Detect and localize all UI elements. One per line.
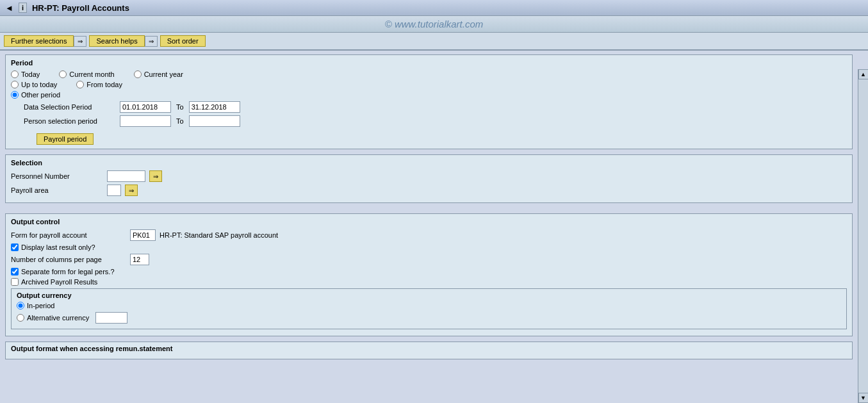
form-payroll-desc: HR-PT: Standard SAP payroll account bbox=[160, 231, 278, 239]
archived-payroll-checkbox[interactable] bbox=[11, 278, 19, 286]
tab-further-selections-arrow[interactable]: ⇒ bbox=[74, 36, 86, 47]
scroll-up-button[interactable]: ▲ bbox=[858, 69, 869, 79]
personnel-number-arrow-btn[interactable]: ⇒ bbox=[149, 170, 162, 182]
radio-other-period[interactable] bbox=[11, 91, 19, 99]
alternative-currency-label[interactable]: Alternative currency bbox=[17, 314, 89, 322]
num-columns-row: Number of columns per page bbox=[11, 254, 847, 265]
info-icon[interactable]: i bbox=[19, 3, 27, 13]
payroll-area-arrow-btn[interactable]: ⇒ bbox=[125, 185, 138, 196]
form-payroll-row: Form for payroll account HR-PT: Standard… bbox=[11, 229, 847, 241]
radio-from-today-label[interactable]: From today bbox=[76, 81, 122, 88]
separate-form-row: Separate form for legal pers.? bbox=[11, 268, 847, 276]
tab-further-selections[interactable]: Further selections bbox=[4, 35, 74, 47]
data-selection-from-input[interactable] bbox=[120, 101, 171, 113]
num-columns-input[interactable] bbox=[130, 254, 149, 265]
radio-up-to-today[interactable] bbox=[11, 81, 19, 88]
radio-current-month[interactable] bbox=[59, 70, 67, 78]
archived-payroll-row: Archived Payroll Results bbox=[11, 278, 847, 286]
radio-from-today-text: From today bbox=[86, 81, 122, 88]
num-columns-label: Number of columns per page bbox=[11, 256, 126, 263]
radio-current-year-label[interactable]: Current year bbox=[134, 70, 183, 78]
period-radio-row2: Up to today From today bbox=[11, 81, 847, 88]
form-payroll-input[interactable] bbox=[130, 229, 156, 241]
currency-radio-row2: Alternative currency bbox=[17, 312, 841, 324]
person-selection-period-row: Person selection period To bbox=[11, 115, 847, 127]
page-title: HR-PT: Payroll Accounts bbox=[32, 3, 129, 13]
alternative-currency-text: Alternative currency bbox=[27, 314, 89, 322]
scroll-down-button[interactable]: ▼ bbox=[858, 393, 869, 403]
radio-in-period[interactable] bbox=[17, 302, 24, 309]
in-period-text: In-period bbox=[27, 302, 54, 309]
period-section-title: Period bbox=[11, 59, 847, 67]
radio-other-period-text: Other period bbox=[21, 91, 60, 99]
back-icon[interactable]: ◄ bbox=[5, 3, 13, 13]
output-format-title: Output format when accessing remun.state… bbox=[11, 345, 847, 352]
tab-sort-order[interactable]: Sort order bbox=[160, 35, 206, 47]
radio-up-to-today-text: Up to today bbox=[21, 81, 57, 88]
payroll-period-row: Payroll period bbox=[11, 131, 847, 145]
output-format-section: Output format when accessing remun.state… bbox=[5, 341, 853, 359]
selection-section-title: Selection bbox=[11, 159, 847, 167]
title-bar: ◄ i HR-PT: Payroll Accounts bbox=[0, 0, 868, 16]
tab-bar: Further selections ⇒ Search helps ⇒ Sort… bbox=[0, 33, 868, 51]
radio-up-to-today-label[interactable]: Up to today bbox=[11, 81, 57, 88]
radio-other-period-label[interactable]: Other period bbox=[11, 91, 60, 99]
data-selection-to-label: To bbox=[171, 103, 189, 111]
display-last-result-checkbox[interactable] bbox=[11, 243, 19, 251]
period-section: Period Today Current month Current year bbox=[5, 54, 853, 149]
personnel-number-input[interactable] bbox=[107, 170, 145, 182]
radio-today[interactable] bbox=[11, 70, 19, 78]
period-radio-row1: Today Current month Current year bbox=[11, 70, 847, 78]
radio-from-today[interactable] bbox=[76, 81, 84, 88]
currency-radio-row1: In-period bbox=[17, 302, 841, 309]
separate-form-checkbox[interactable] bbox=[11, 268, 19, 276]
display-last-result-row: Display last result only? bbox=[11, 243, 847, 251]
person-selection-period-label: Person selection period bbox=[24, 117, 120, 125]
in-period-label[interactable]: In-period bbox=[17, 302, 54, 309]
radio-current-month-text: Current month bbox=[69, 70, 114, 78]
personnel-number-row: Personnel Number ⇒ bbox=[11, 170, 847, 182]
scrollbar: ▲ ▼ bbox=[858, 69, 868, 403]
watermark-text: © www.tutorialkart.com bbox=[385, 19, 484, 29]
archived-payroll-label: Archived Payroll Results bbox=[21, 278, 97, 286]
radio-today-text: Today bbox=[21, 70, 40, 78]
output-currency-section: Output currency In-period Alternative cu… bbox=[11, 288, 847, 329]
form-payroll-label: Form for payroll account bbox=[11, 231, 126, 239]
radio-alternative-currency[interactable] bbox=[17, 314, 24, 322]
payroll-area-row: Payroll area ⇒ bbox=[11, 185, 847, 196]
display-last-result-label: Display last result only? bbox=[21, 243, 95, 251]
radio-current-year-text: Current year bbox=[144, 70, 183, 78]
person-selection-from-input[interactable] bbox=[120, 115, 171, 127]
watermark-bar: © www.tutorialkart.com bbox=[0, 16, 868, 33]
output-control-section: Output control Form for payroll account … bbox=[5, 213, 853, 336]
data-selection-to-input[interactable] bbox=[189, 101, 240, 113]
radio-today-label[interactable]: Today bbox=[11, 70, 40, 78]
data-selection-period-row: Data Selection Period To bbox=[11, 101, 847, 113]
person-selection-to-input[interactable] bbox=[189, 115, 240, 127]
period-radio-row3: Other period bbox=[11, 91, 847, 99]
separate-form-label: Separate form for legal pers.? bbox=[21, 268, 115, 276]
main-content: Period Today Current month Current year bbox=[0, 51, 858, 383]
personnel-number-label: Personnel Number bbox=[11, 172, 107, 180]
output-currency-title: Output currency bbox=[17, 292, 841, 299]
radio-current-month-label[interactable]: Current month bbox=[59, 70, 114, 78]
person-selection-to-label: To bbox=[171, 117, 189, 125]
selection-section: Selection Personnel Number ⇒ Payroll are… bbox=[5, 154, 853, 203]
alternative-currency-input[interactable] bbox=[95, 312, 127, 324]
tab-search-helps[interactable]: Search helps bbox=[89, 35, 144, 47]
payroll-area-input[interactable] bbox=[107, 185, 121, 196]
radio-current-year[interactable] bbox=[134, 70, 142, 78]
output-control-title: Output control bbox=[11, 218, 847, 226]
tab-search-helps-arrow[interactable]: ⇒ bbox=[145, 36, 158, 47]
data-selection-period-label: Data Selection Period bbox=[24, 103, 120, 111]
payroll-area-label: Payroll area bbox=[11, 186, 107, 194]
payroll-period-button[interactable]: Payroll period bbox=[37, 133, 94, 145]
